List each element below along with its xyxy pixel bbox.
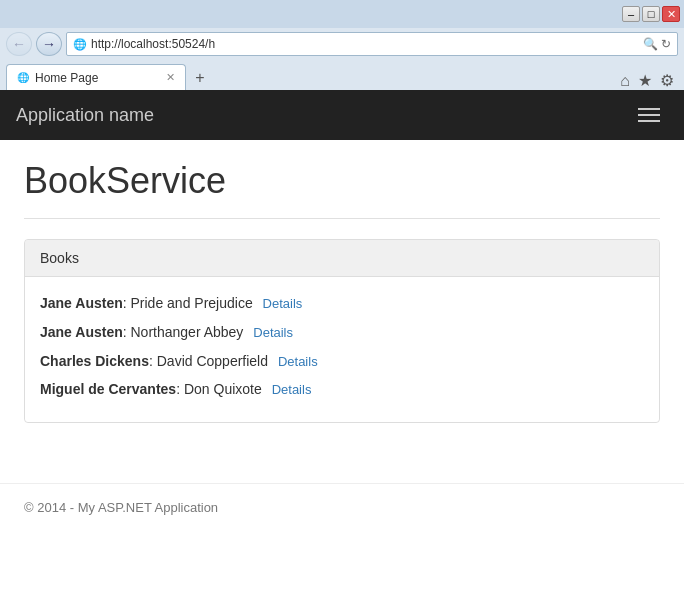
book-list: Jane Austen: Pride and Prejudice Details… xyxy=(40,292,644,401)
address-bar: ← → 🌐 http://localhost:50524/h 🔍 ↻ xyxy=(0,28,684,60)
url-actions: 🔍 ↻ xyxy=(643,37,671,51)
hamburger-line-2 xyxy=(638,114,660,116)
book-author: Charles Dickens xyxy=(40,353,149,369)
minimize-button[interactable]: – xyxy=(622,6,640,22)
title-bar: – □ ✕ xyxy=(0,0,684,28)
tab-close-button[interactable]: ✕ xyxy=(166,71,175,84)
url-bar[interactable]: 🌐 http://localhost:50524/h 🔍 ↻ xyxy=(66,32,678,56)
panel-heading: Books xyxy=(25,240,659,277)
tab-bar: 🌐 Home Page ✕ + ⌂ ★ ⚙ xyxy=(0,60,684,90)
book-details-link[interactable]: Details xyxy=(272,382,312,397)
tab-favicon: 🌐 xyxy=(17,72,29,83)
browser-chrome: – □ ✕ ← → 🌐 http://localhost:50524/h 🔍 ↻… xyxy=(0,0,684,90)
maximize-button[interactable]: □ xyxy=(642,6,660,22)
hamburger-line-1 xyxy=(638,108,660,110)
book-details-link[interactable]: Details xyxy=(278,354,318,369)
app-footer: © 2014 - My ASP.NET Application xyxy=(0,483,684,531)
books-panel: Books Jane Austen: Pride and Prejudice D… xyxy=(24,239,660,423)
book-details-link[interactable]: Details xyxy=(253,325,293,340)
hamburger-menu[interactable] xyxy=(630,100,668,130)
hamburger-line-3 xyxy=(638,120,660,122)
book-author: Miguel de Cervantes xyxy=(40,381,176,397)
home-icon[interactable]: ⌂ xyxy=(620,72,630,90)
tab-label: Home Page xyxy=(35,71,160,85)
url-icon: 🌐 xyxy=(73,38,87,51)
forward-button[interactable]: → xyxy=(36,32,62,56)
divider xyxy=(24,218,660,219)
back-button[interactable]: ← xyxy=(6,32,32,56)
url-text: http://localhost:50524/h xyxy=(91,37,643,51)
book-author: Jane Austen xyxy=(40,324,123,340)
book-item: Jane Austen: Northanger Abbey Details xyxy=(40,321,644,344)
app-navbar: Application name xyxy=(0,90,684,140)
new-tab-button[interactable]: + xyxy=(188,66,212,90)
app-brand[interactable]: Application name xyxy=(16,105,154,126)
book-author: Jane Austen xyxy=(40,295,123,311)
active-tab[interactable]: 🌐 Home Page ✕ xyxy=(6,64,186,90)
page-heading: BookService xyxy=(24,160,660,202)
book-details-link[interactable]: Details xyxy=(263,296,303,311)
book-item: Miguel de Cervantes: Don Quixote Details xyxy=(40,378,644,401)
footer-text: © 2014 - My ASP.NET Application xyxy=(24,500,218,515)
panel-body: Jane Austen: Pride and Prejudice Details… xyxy=(25,277,659,422)
book-item: Charles Dickens: David Copperfield Detai… xyxy=(40,350,644,373)
star-icon[interactable]: ★ xyxy=(638,71,652,90)
app-body: BookService Books Jane Austen: Pride and… xyxy=(0,140,684,463)
close-button[interactable]: ✕ xyxy=(662,6,680,22)
book-item: Jane Austen: Pride and Prejudice Details xyxy=(40,292,644,315)
gear-icon[interactable]: ⚙ xyxy=(660,71,674,90)
